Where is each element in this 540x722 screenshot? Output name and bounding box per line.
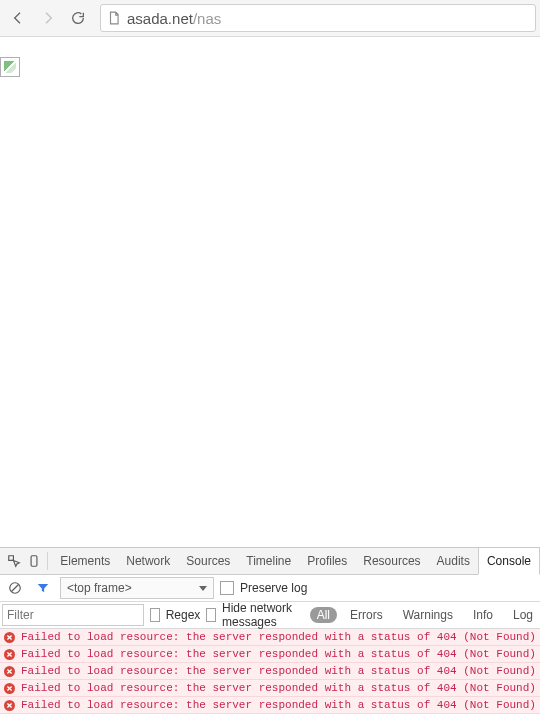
regex-checkbox[interactable]	[150, 608, 160, 622]
chevron-down-icon	[199, 586, 207, 591]
device-icon	[27, 554, 41, 568]
console-error-row[interactable]: Failed to load resource: the server resp…	[0, 663, 540, 680]
browser-toolbar: asada.net/nas	[0, 0, 540, 37]
hide-network-label: Hide network messages	[222, 601, 304, 629]
preserve-log-checkbox[interactable]	[220, 581, 234, 595]
address-bar[interactable]: asada.net/nas	[100, 4, 536, 32]
separator	[47, 552, 48, 570]
regex-label: Regex	[166, 608, 201, 622]
level-info[interactable]: Info	[466, 607, 500, 623]
error-icon	[4, 683, 15, 694]
forward-button[interactable]	[34, 4, 62, 32]
tab-console[interactable]: Console	[478, 548, 540, 575]
console-error-text: Failed to load resource: the server resp…	[21, 631, 536, 643]
console-error-row[interactable]: Failed to load resource: the server resp…	[0, 629, 540, 646]
reload-button[interactable]	[64, 4, 92, 32]
console-error-row[interactable]: Failed to load resource: the server resp…	[0, 680, 540, 697]
level-warnings[interactable]: Warnings	[396, 607, 460, 623]
broken-image-icon	[0, 57, 20, 77]
preserve-log-label: Preserve log	[240, 581, 307, 595]
tab-profiles[interactable]: Profiles	[299, 548, 355, 574]
url-path: /nas	[193, 10, 221, 27]
reload-icon	[70, 10, 86, 26]
hide-network-checkbox[interactable]	[206, 608, 216, 622]
devtools-tabrow: Elements Network Sources Timeline Profil…	[0, 548, 540, 575]
error-icon	[4, 632, 15, 643]
level-errors[interactable]: Errors	[343, 607, 390, 623]
console-error-row[interactable]: Failed to load resource: the server resp…	[0, 646, 540, 663]
svg-rect-0	[31, 556, 37, 567]
error-icon	[4, 700, 15, 711]
clear-icon	[8, 581, 22, 595]
url-text: asada.net/nas	[127, 10, 221, 27]
clear-console-button[interactable]	[4, 577, 26, 599]
console-output: Failed to load resource: the server resp…	[0, 629, 540, 714]
inspect-icon	[7, 554, 21, 568]
devtools-panel: Elements Network Sources Timeline Profil…	[0, 547, 540, 714]
arrow-left-icon	[10, 10, 26, 26]
console-error-text: Failed to load resource: the server resp…	[21, 648, 536, 660]
tab-elements[interactable]: Elements	[52, 548, 118, 574]
filter-input[interactable]	[3, 608, 161, 622]
level-log[interactable]: Log	[506, 607, 540, 623]
console-error-text: Failed to load resource: the server resp…	[21, 665, 536, 677]
tab-sources[interactable]: Sources	[178, 548, 238, 574]
frame-selector[interactable]: <top frame>	[60, 577, 214, 599]
console-error-text: Failed to load resource: the server resp…	[21, 699, 536, 711]
page-icon	[107, 11, 121, 25]
console-error-text: Failed to load resource: the server resp…	[21, 682, 536, 694]
console-error-row[interactable]: Failed to load resource: the server resp…	[0, 697, 540, 714]
arrow-right-icon	[40, 10, 56, 26]
tab-timeline[interactable]: Timeline	[238, 548, 299, 574]
filter-icon	[36, 581, 50, 595]
page-content	[0, 37, 540, 547]
filter-input-wrap	[2, 604, 144, 626]
url-host: asada.net	[127, 10, 193, 27]
back-button[interactable]	[4, 4, 32, 32]
device-mode-button[interactable]	[24, 550, 44, 572]
console-subbar: <top frame> Preserve log	[0, 575, 540, 602]
console-filterbar: Regex Hide network messages All Errors W…	[0, 602, 540, 629]
level-all[interactable]: All	[310, 607, 337, 623]
filter-toggle-button[interactable]	[32, 577, 54, 599]
tab-network[interactable]: Network	[118, 548, 178, 574]
tab-resources[interactable]: Resources	[355, 548, 428, 574]
tab-audits[interactable]: Audits	[429, 548, 478, 574]
frame-selector-value: <top frame>	[67, 581, 132, 595]
inspect-element-button[interactable]	[4, 550, 24, 572]
error-icon	[4, 649, 15, 660]
error-icon	[4, 666, 15, 677]
